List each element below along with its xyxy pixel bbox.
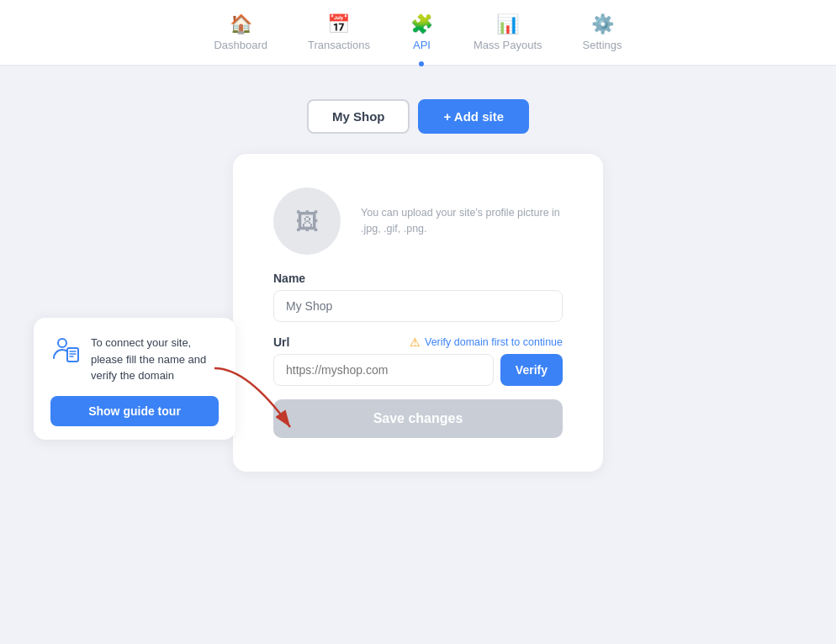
dashboard-icon: 🏠 bbox=[230, 13, 252, 35]
guide-card: To connect your site, please fill the na… bbox=[34, 318, 235, 440]
api-icon: 🧩 bbox=[410, 13, 433, 35]
tab-row: My Shop + Add site bbox=[307, 99, 529, 134]
url-row-label: Url ⚠ Verify domain first to continue bbox=[273, 335, 563, 349]
nav-label-mass-payouts: Mass Payouts bbox=[474, 39, 542, 51]
name-input[interactable] bbox=[273, 290, 563, 322]
verify-warning-text: Verify domain first to continue bbox=[425, 336, 563, 348]
site-settings-card: 🖼 You can upload your site's profile pic… bbox=[233, 154, 603, 472]
verify-warning: ⚠ Verify domain first to continue bbox=[410, 335, 563, 349]
nav-item-settings[interactable]: ⚙️ Settings bbox=[583, 13, 622, 51]
nav-label-api: API bbox=[413, 39, 431, 51]
image-placeholder-icon: 🖼 bbox=[295, 208, 319, 235]
nav-label-transactions: Transactions bbox=[308, 39, 370, 51]
name-label: Name bbox=[273, 272, 563, 285]
nav-item-mass-payouts[interactable]: 📊 Mass Payouts bbox=[474, 13, 542, 51]
nav-item-transactions[interactable]: 📅 Transactions bbox=[308, 13, 370, 51]
add-site-button[interactable]: + Add site bbox=[418, 99, 529, 134]
form-section: Name Url ⚠ Verify domain first to contin… bbox=[273, 272, 563, 438]
url-input[interactable] bbox=[273, 354, 494, 386]
top-navigation: 🏠 Dashboard 📅 Transactions 🧩 API 📊 Mass … bbox=[0, 0, 836, 66]
nav-label-dashboard: Dashboard bbox=[214, 39, 267, 51]
name-field-group: Name bbox=[273, 272, 563, 322]
url-input-row: Verify bbox=[273, 354, 563, 386]
nav-item-api[interactable]: 🧩 API bbox=[410, 13, 433, 51]
guide-text: To connect your site, please fill the na… bbox=[91, 335, 219, 384]
url-field-group: Url ⚠ Verify domain first to continue Ve… bbox=[273, 335, 563, 386]
profile-pic-hint: You can upload your site's profile pictu… bbox=[361, 205, 563, 237]
nav-item-dashboard[interactable]: 🏠 Dashboard bbox=[214, 13, 267, 51]
mass-payouts-icon: 📊 bbox=[496, 13, 519, 35]
verify-button[interactable]: Verify bbox=[500, 354, 563, 386]
guide-icon bbox=[50, 335, 81, 372]
settings-icon: ⚙️ bbox=[591, 13, 614, 35]
url-label: Url bbox=[273, 335, 289, 349]
my-shop-tab[interactable]: My Shop bbox=[307, 99, 410, 134]
nav-label-settings: Settings bbox=[583, 39, 622, 51]
profile-pic-placeholder[interactable]: 🖼 bbox=[273, 187, 341, 255]
show-guide-tour-button[interactable]: Show guide tour bbox=[50, 396, 219, 426]
main-content: My Shop + Add site 🖼 You can upload your… bbox=[0, 66, 836, 505]
warning-icon: ⚠ bbox=[410, 335, 421, 349]
guide-card-top: To connect your site, please fill the na… bbox=[50, 335, 219, 384]
save-changes-button[interactable]: Save changes bbox=[273, 399, 563, 438]
transactions-icon: 📅 bbox=[327, 13, 350, 35]
profile-pic-row: 🖼 You can upload your site's profile pic… bbox=[273, 187, 563, 255]
svg-point-0 bbox=[58, 339, 66, 347]
svg-rect-1 bbox=[67, 348, 78, 362]
